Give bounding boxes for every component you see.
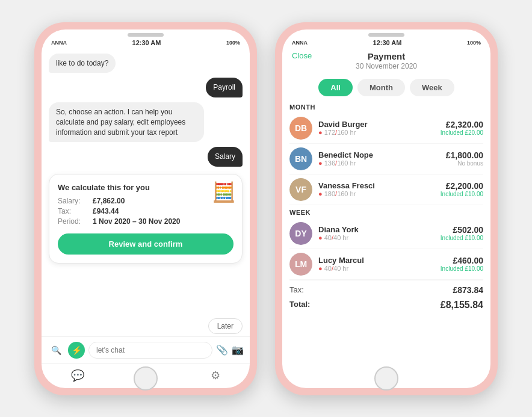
avatar-vanessa: VF (289, 178, 312, 201)
employee-row-lucy: LM Lucy Marcul ● 40/40 hr £460.00 Includ… (289, 249, 483, 280)
calc-title: We calculate this for you (58, 183, 234, 192)
emp-name-lucy: Lucy Marcul (318, 256, 435, 265)
calc-icon: 🧮 (212, 181, 236, 203)
emp-info-lucy: Lucy Marcul ● 40/40 hr (318, 256, 435, 272)
payment-screen: Close Payment 30 November 2020 All Month… (282, 49, 490, 388)
attach-icon[interactable]: 📎 (216, 344, 228, 356)
emp-amount-lucy: £460.00 Included £10.00 (441, 256, 483, 272)
battery-chat: 100% (226, 40, 240, 46)
status-bar-payment: ANNA 12:30 AM 100% (282, 37, 490, 49)
emp-bonus-david: Included £20.00 (441, 129, 483, 136)
chat-screen: like to do today? Payroll So, choose an … (42, 49, 250, 388)
phone-chat: ANNA 12:30 AM 100% like to do today? Pay… (34, 22, 257, 395)
search-icon[interactable]: 🔍 (48, 342, 64, 359)
message-3: So, choose an action. I can help you cal… (49, 102, 204, 142)
emp-info-diana: Diana York ● 40/40 hr (318, 225, 435, 241)
emp-info-benedict: Benedict Nope ● 136/160 hr (318, 150, 440, 167)
emp-info-vanessa: Vanessa Fresci ● 180/160 hr (318, 181, 435, 197)
emp-name-diana: Diana York (318, 225, 435, 234)
total-value: £8,155.84 (441, 300, 483, 310)
tax-summary-row: Tax: £873.84 (289, 280, 483, 297)
status-bar-chat: ANNA 12:30 AM 100% (42, 37, 250, 49)
emp-salary-vanessa: £2,200.00 (441, 181, 483, 191)
close-button[interactable]: Close (292, 51, 312, 60)
calc-tax-row: Tax: £943.44 (58, 207, 234, 215)
time-chat: 12:30 AM (132, 39, 161, 46)
payment-list: MONTH DB David Burger ● 172/160 hr (282, 100, 490, 388)
nav-settings-icon[interactable]: ⚙ (211, 369, 220, 382)
salary-label: Salary: (58, 197, 88, 205)
calc-period-row: Period: 1 Nov 2020 – 30 Nov 2020 (58, 217, 234, 226)
filter-tabs: All Month Week (282, 75, 490, 100)
employee-row-benedict: BN Benedict Nope ● 136/160 hr £1,800.00 … (289, 144, 483, 175)
notch-area (42, 29, 250, 37)
tab-week[interactable]: Week (410, 79, 454, 96)
tab-all[interactable]: All (318, 79, 353, 96)
emp-salary-lucy: £460.00 (441, 256, 483, 265)
emp-hours-lucy: ● 40/40 hr (318, 265, 435, 272)
home-button-chat[interactable] (134, 366, 158, 391)
emp-bonus-vanessa: Included £10.00 (441, 191, 483, 197)
emp-name-benedict: Benedict Nope (318, 150, 440, 159)
emp-amount-diana: £502.00 Included £10.00 (441, 225, 483, 241)
avatar-benedict: BN (289, 147, 312, 170)
payment-header: Close Payment 30 November 2020 (282, 49, 490, 75)
signal-payment: ANNA (292, 40, 308, 46)
phone-payment: ANNA 12:30 AM 100% Close Payment 30 Nove… (275, 22, 498, 395)
emp-hours-benedict: ● 136/160 hr (318, 159, 440, 167)
tab-month[interactable]: Month (357, 79, 405, 96)
message-4: Salary (208, 147, 243, 167)
period-label: Period: (58, 217, 88, 226)
emp-bonus-lucy: Included £10.00 (441, 265, 483, 272)
total-row: Total: £8,155.84 (289, 297, 483, 313)
emp-info-david: David Burger ● 172/160 hr (318, 120, 435, 136)
emp-salary-david: £2,320.00 (441, 120, 483, 129)
later-btn-area: Later (42, 316, 250, 336)
time-payment: 12:30 AM (373, 39, 402, 46)
tax-summary-label: Tax: (289, 285, 304, 295)
month-section-label: MONTH (289, 100, 483, 113)
bolt-icon[interactable]: ⚡ (68, 342, 85, 359)
avatar-david: DB (289, 117, 312, 140)
emp-hours-diana: ● 40/40 hr (318, 234, 435, 241)
emp-salary-diana: £502.00 (441, 225, 483, 235)
total-label: Total: (289, 300, 310, 310)
emp-hours-vanessa: ● 180/160 hr (318, 190, 435, 197)
tax-summary-value: £873.84 (453, 285, 483, 295)
later-button[interactable]: Later (208, 318, 243, 334)
emp-name-vanessa: Vanessa Fresci (318, 181, 435, 190)
calc-salary-row: Salary: £7,862.00 (58, 197, 234, 205)
chat-messages: like to do today? Payroll So, choose an … (42, 49, 250, 316)
message-2: Payroll (206, 78, 243, 97)
battery-payment: 100% (467, 40, 481, 46)
chat-input-bar: 🔍 ⚡ 📎 📷 (42, 336, 250, 363)
emp-amount-benedict: £1,800.00 No bonus (446, 150, 483, 167)
message-1: like to do today? (49, 54, 116, 73)
emp-amount-vanessa: £2,200.00 Included £10.00 (441, 181, 483, 197)
scene: ANNA 12:30 AM 100% like to do today? Pay… (22, 10, 510, 407)
week-section-label: WEEK (289, 205, 483, 218)
nav-chat-icon[interactable]: 💬 (71, 369, 84, 382)
employee-row-david: DB David Burger ● 172/160 hr £2,320.00 I… (289, 113, 483, 144)
notch-area-2 (282, 29, 490, 37)
review-confirm-button[interactable]: Review and confirm (58, 233, 234, 255)
employee-row-diana: DY Diana York ● 40/40 hr £502.00 Include… (289, 218, 483, 249)
avatar-lucy: LM (289, 253, 312, 276)
home-button-payment[interactable] (374, 366, 398, 391)
payment-date: 30 November 2020 (292, 62, 481, 70)
emp-amount-david: £2,320.00 Included £20.00 (441, 120, 483, 136)
payment-title: Payment (292, 51, 481, 61)
salary-value: £7,862.00 (93, 197, 125, 205)
tax-label: Tax: (58, 207, 88, 215)
tax-value: £943.44 (93, 207, 119, 215)
emp-salary-benedict: £1,800.00 (446, 150, 483, 160)
emp-bonus-diana: Included £10.00 (441, 235, 483, 241)
signal-chat: ANNA (51, 40, 67, 46)
chat-input[interactable] (88, 342, 212, 359)
calc-card: 🧮 We calculate this for you Salary: £7,8… (49, 174, 243, 264)
camera-icon[interactable]: 📷 (232, 344, 244, 356)
employee-row-vanessa: VF Vanessa Fresci ● 180/160 hr £2,200.00… (289, 175, 483, 205)
emp-name-david: David Burger (318, 120, 435, 129)
avatar-diana: DY (289, 222, 312, 245)
emp-bonus-benedict: No bonus (446, 160, 483, 167)
